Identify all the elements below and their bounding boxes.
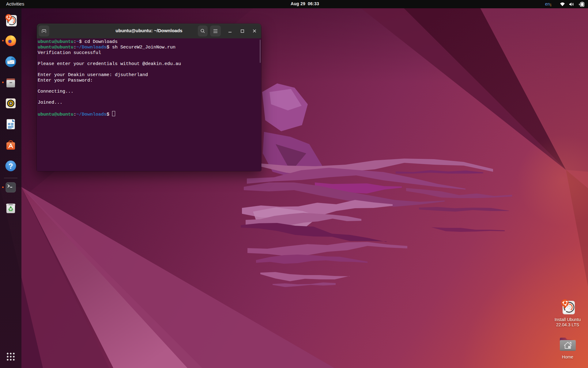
svg-text:?: ? <box>9 162 13 170</box>
